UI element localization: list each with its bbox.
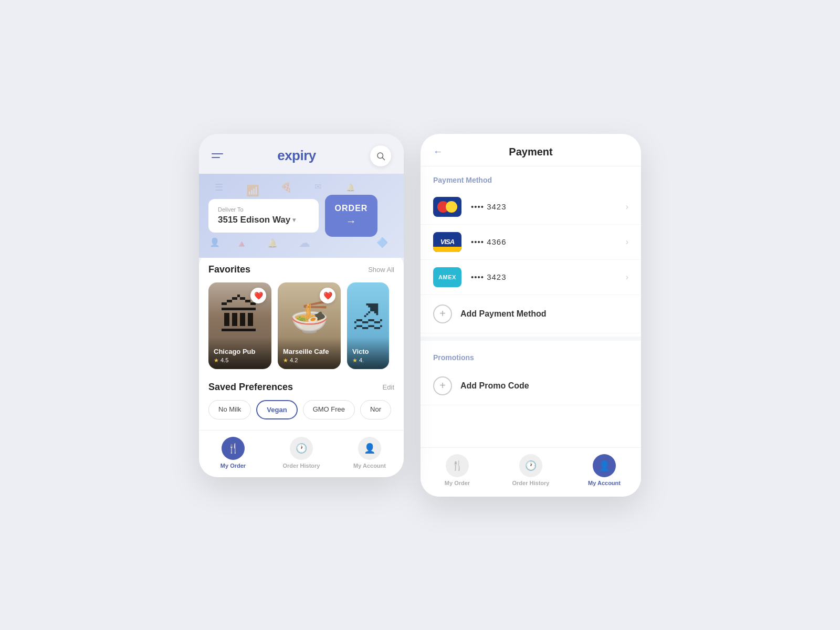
- chicago-name: Chicago Pub: [214, 348, 266, 355]
- visa-chevron-icon: ›: [626, 237, 628, 247]
- pref-no-milk[interactable]: No Milk: [208, 400, 251, 419]
- promotions-label: Promotions: [421, 344, 641, 367]
- payment-method-label: Payment Method: [421, 166, 641, 190]
- amex-chevron-icon: ›: [626, 272, 628, 282]
- chicago-rating: ★ 4.5: [214, 357, 266, 364]
- order-history-icon: 🕐: [290, 437, 313, 460]
- star-icon: ★: [214, 357, 219, 364]
- search-button[interactable]: [370, 145, 391, 166]
- my-order-icon: 🍴: [222, 437, 245, 460]
- add-payment-label: Add Payment Method: [460, 309, 547, 319]
- card-mastercard[interactable]: •••• 3423 ›: [421, 190, 641, 225]
- visa-number: •••• 4366: [471, 237, 626, 246]
- fav-card-chicago[interactable]: ❤️ Chicago Pub ★ 4.5: [208, 282, 271, 369]
- right-phone: ← Payment Payment Method •••• 3423 › VIS…: [421, 134, 641, 497]
- favorites-title: Favorites: [208, 264, 250, 275]
- amex-number: •••• 3423: [471, 272, 626, 281]
- right-order-history-icon: 🕐: [519, 454, 542, 477]
- add-promo-label: Add Promo Code: [460, 381, 529, 391]
- show-all-link[interactable]: Show All: [368, 266, 394, 274]
- left-phone: expiry ☰ 📶 🍕 ✉ 🔔 👤 🔺 🔔 ☁ 🔷: [199, 134, 404, 477]
- deliver-label: Deliver To: [218, 206, 309, 213]
- phone-content: Favorites Show All ❤️ Chicago Pub ★ 4.5: [199, 254, 404, 430]
- my-account-icon: 👤: [358, 437, 381, 460]
- back-button[interactable]: ←: [433, 146, 443, 158]
- nav-my-account[interactable]: 👤 My Account: [335, 437, 404, 469]
- chicago-heart-icon[interactable]: ❤️: [250, 288, 266, 303]
- pref-nor[interactable]: Nor: [360, 400, 391, 419]
- right-nav-my-account[interactable]: 👤 My Account: [568, 454, 641, 486]
- add-promo-row[interactable]: + Add Promo Code: [421, 367, 641, 405]
- pref-vegan[interactable]: Vegan: [256, 400, 297, 419]
- nav-order-history[interactable]: 🕐 Order History: [267, 437, 335, 469]
- pref-gmo-free[interactable]: GMO Free: [303, 400, 355, 419]
- favorites-header: Favorites Show All: [208, 264, 394, 275]
- marseille-heart-icon[interactable]: ❤️: [320, 288, 335, 303]
- mastercard-number: •••• 3423: [471, 202, 626, 211]
- promotions-divider: [421, 337, 641, 341]
- favorites-row: ❤️ Chicago Pub ★ 4.5 ❤️ Marseille Cafe: [208, 282, 394, 369]
- back-arrow-icon: ←: [433, 146, 443, 158]
- app-wrapper: expiry ☰ 📶 🍕 ✉ 🔔 👤 🔺 🔔 ☁ 🔷: [178, 102, 662, 528]
- pref-tags: No Milk Vegan GMO Free Nor: [208, 400, 394, 419]
- menu-icon[interactable]: [212, 153, 223, 158]
- marseille-rating: ★ 4.2: [283, 357, 335, 364]
- preferences-title: Saved Preferences: [208, 382, 293, 393]
- right-my-order-icon: 🍴: [446, 454, 469, 477]
- svg-line-1: [382, 158, 384, 160]
- left-header: expiry: [199, 134, 404, 174]
- mastercard-icon: [433, 197, 461, 217]
- spacer: [421, 405, 641, 447]
- nav-my-order[interactable]: 🍴 My Order: [199, 437, 267, 469]
- visa-icon: VISA: [433, 232, 461, 252]
- victor-info: Victo ★ 4.: [347, 337, 389, 369]
- right-my-account-icon: 👤: [593, 454, 616, 477]
- order-history-label: Order History: [283, 463, 320, 469]
- star-icon: ★: [283, 357, 288, 364]
- card-visa[interactable]: VISA •••• 4366 ›: [421, 225, 641, 260]
- victor-rating: ★ 4.: [352, 357, 384, 364]
- right-order-history-label: Order History: [512, 480, 550, 486]
- card-amex[interactable]: AMEX •••• 3423 ›: [421, 260, 641, 295]
- address-chevron: ▾: [292, 216, 296, 224]
- left-bottom-nav: 🍴 My Order 🕐 Order History 👤 My Account: [199, 430, 404, 477]
- fav-card-victor[interactable]: Victo ★ 4.: [347, 282, 389, 369]
- my-order-label: My Order: [220, 463, 246, 469]
- edit-link[interactable]: Edit: [383, 383, 394, 391]
- app-logo: expiry: [277, 148, 316, 164]
- chicago-info: Chicago Pub ★ 4.5: [208, 337, 271, 369]
- deliver-address: 3515 Edison Way ▾: [218, 215, 309, 225]
- order-button[interactable]: ORDER →: [325, 195, 377, 237]
- add-payment-icon: +: [433, 304, 452, 323]
- order-arrow-icon: →: [346, 215, 357, 227]
- hero-banner: ☰ 📶 🍕 ✉ 🔔 👤 🔺 🔔 ☁ 🔷 ☁ Deliver To 3515 Ed…: [199, 174, 404, 258]
- fav-card-marseille[interactable]: ❤️ Marseille Cafe ★ 4.2: [278, 282, 341, 369]
- deliver-box[interactable]: Deliver To 3515 Edison Way ▾: [208, 199, 319, 233]
- marseille-info: Marseille Cafe ★ 4.2: [278, 337, 341, 369]
- right-bottom-nav: 🍴 My Order 🕐 Order History 👤 My Account: [421, 447, 641, 497]
- victor-name: Victo: [352, 348, 384, 355]
- preferences-section: Saved Preferences Edit No Milk Vegan GMO…: [208, 382, 394, 419]
- right-nav-order-history[interactable]: 🕐 Order History: [494, 454, 568, 486]
- my-account-label: My Account: [353, 463, 386, 469]
- search-icon: [376, 151, 385, 161]
- right-nav-my-order[interactable]: 🍴 My Order: [421, 454, 494, 486]
- payment-title: Payment: [509, 146, 552, 158]
- amex-icon: AMEX: [433, 267, 461, 287]
- preferences-header: Saved Preferences Edit: [208, 382, 394, 393]
- add-promo-icon: +: [433, 376, 452, 395]
- mastercard-chevron-icon: ›: [626, 202, 628, 212]
- right-my-account-label: My Account: [588, 480, 621, 486]
- right-my-order-label: My Order: [445, 480, 470, 486]
- add-payment-row[interactable]: + Add Payment Method: [421, 295, 641, 333]
- star-icon: ★: [352, 357, 358, 364]
- marseille-name: Marseille Cafe: [283, 348, 335, 355]
- payment-header: ← Payment: [421, 134, 641, 166]
